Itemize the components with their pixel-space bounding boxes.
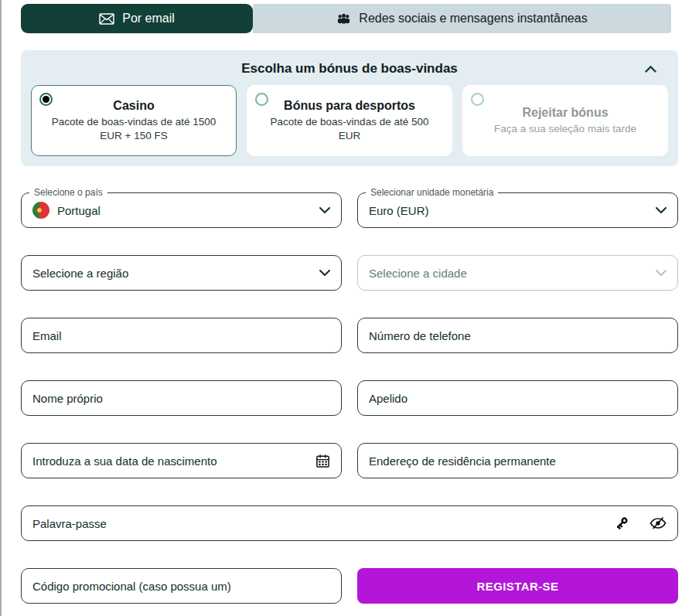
register-button[interactable]: REGISTAR-SE	[357, 568, 678, 604]
calendar-icon[interactable]	[315, 454, 330, 468]
city-select-placeholder: Selecione a cidade	[369, 267, 467, 280]
password-field[interactable]	[32, 517, 606, 530]
chevron-up-icon[interactable]	[642, 62, 659, 76]
bonus-options: Casino Pacote de boas-vindas de até 1500…	[31, 85, 668, 156]
dob-field-wrap	[21, 443, 342, 478]
chevron-down-icon	[319, 270, 330, 276]
chevron-down-icon	[656, 270, 667, 276]
tab-by-email-label: Por email	[122, 12, 175, 26]
bonus-header: Escolha um bónus de boas-vindas	[31, 59, 668, 85]
envelope-icon	[99, 13, 114, 25]
dob-field[interactable]	[32, 454, 315, 468]
country-select-value: Portugal	[57, 204, 101, 217]
radio-selected-icon[interactable]	[39, 93, 53, 106]
key-icon	[614, 516, 629, 531]
radio-unselected-icon[interactable]	[471, 93, 484, 106]
bonus-option-sports[interactable]: Bónus para desportos Pacote de boas-vind…	[247, 85, 452, 156]
region-select[interactable]: Selecione a região	[21, 255, 342, 291]
bonus-panel: Escolha um bónus de boas-vindas Casino P…	[21, 50, 678, 166]
portugal-flag-icon	[32, 202, 49, 219]
chevron-down-icon	[656, 207, 667, 213]
registration-form: Selecione o país Portugal Selecionar uni…	[21, 192, 678, 604]
chevron-down-icon	[319, 207, 330, 213]
currency-select[interactable]: Selecionar unidade monetária Euro (EUR)	[357, 192, 678, 228]
phone-field-wrap	[357, 318, 678, 353]
email-field[interactable]	[32, 329, 330, 342]
bonus-option-refuse[interactable]: Rejeitar bónus Faça a sua seleção mais t…	[462, 85, 668, 156]
last-name-field[interactable]	[369, 392, 667, 405]
bonus-option-title: Rejeitar bónus	[474, 106, 656, 120]
bonus-option-title: Bónus para desportos	[258, 99, 441, 113]
eye-slash-icon[interactable]	[650, 516, 667, 530]
page-edge-shadow	[0, 0, 2, 616]
address-field[interactable]	[369, 454, 667, 468]
city-select[interactable]: Selecione a cidade	[357, 255, 678, 291]
registration-tabs: Por email Redes sociais e mensagens inst…	[21, 4, 671, 33]
bonus-option-description: Pacote de boas-vindas de até 500 EUR	[258, 115, 441, 142]
currency-select-label: Selecionar unidade monetária	[366, 187, 498, 198]
promo-code-field[interactable]	[32, 580, 330, 593]
radio-unselected-icon[interactable]	[255, 93, 268, 106]
first-name-field-wrap	[21, 380, 342, 416]
bonus-option-description: Pacote de boas-vindas de até 1500 EUR + …	[43, 115, 225, 142]
country-select[interactable]: Selecione o país Portugal	[21, 192, 342, 228]
phone-field[interactable]	[369, 329, 667, 342]
address-field-wrap	[357, 443, 678, 478]
last-name-field-wrap	[357, 380, 678, 416]
region-select-placeholder: Selecione a região	[32, 267, 128, 280]
first-name-field[interactable]	[32, 392, 330, 405]
email-field-wrap	[21, 318, 342, 353]
promo-code-field-wrap	[21, 568, 342, 604]
bonus-option-title: Casino	[43, 99, 225, 113]
bonus-title: Escolha um bónus de boas-vindas	[241, 61, 458, 76]
tab-social-networks[interactable]: Redes sociais e mensagens instantâneas	[253, 4, 671, 33]
tab-by-email[interactable]: Por email	[21, 4, 253, 33]
currency-select-value: Euro (EUR)	[369, 204, 429, 217]
bonus-option-description: Faça a sua seleção mais tarde	[474, 122, 656, 136]
tab-social-networks-label: Redes sociais e mensagens instantâneas	[359, 12, 587, 26]
bonus-option-casino[interactable]: Casino Pacote de boas-vindas de até 1500…	[31, 85, 237, 156]
password-field-wrap	[21, 505, 678, 541]
people-icon	[336, 13, 351, 24]
country-select-label: Selecione o país	[29, 187, 107, 198]
